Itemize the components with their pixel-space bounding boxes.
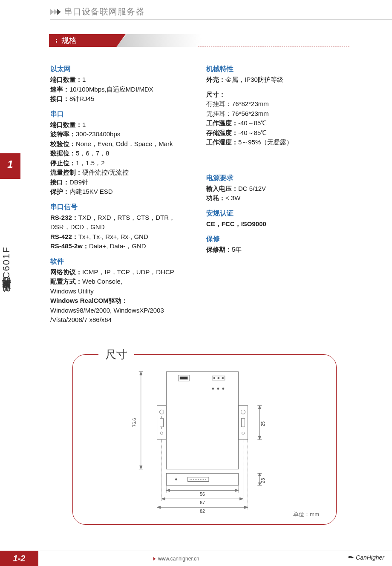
spec-value: 8针RJ45 xyxy=(69,95,94,102)
spec-value: CE，FCC，ISO9000 xyxy=(206,220,266,227)
spec-line: CE，FCC，ISO9000 xyxy=(206,219,349,229)
spec-line: 速率：10/100Mbps,自适应MDI/MDX xyxy=(50,85,193,95)
spec-value: 1 xyxy=(82,121,86,128)
spec-value: DB9针 xyxy=(69,178,88,186)
spec-label: 工作湿度： xyxy=(206,138,238,146)
svg-rect-0 xyxy=(166,372,238,469)
spec-value: 1 xyxy=(82,76,86,83)
spec-label: Windows RealCOM驱动： xyxy=(50,297,128,304)
spec-line: 有挂耳：76*82*23mm xyxy=(206,99,349,109)
svg-marker-38 xyxy=(240,497,243,500)
ethernet-heading: 以太网 xyxy=(50,64,193,74)
cert-heading: 安规认证 xyxy=(206,208,349,218)
spec-label: 工作温度： xyxy=(206,119,238,126)
spec-value: 内建15KV ESD xyxy=(69,188,113,195)
size-heading: 尺寸： xyxy=(206,91,225,98)
spec-value: -40～85℃ xyxy=(238,129,267,136)
spec-label: 输入电压： xyxy=(206,185,238,192)
right-column: 机械特性 外壳：金属，IP30防护等级 尺寸： 有挂耳：76*82*23mm 无… xyxy=(206,64,349,325)
spec-line: 功耗：< 3W xyxy=(206,193,349,203)
spec-line: 外壳：金属，IP30防护等级 xyxy=(206,75,349,85)
spec-label: 端口数量： xyxy=(50,76,82,83)
spec-line: 保护：内建15KV ESD xyxy=(50,187,193,197)
dim-56: 56 xyxy=(200,491,205,497)
spec-line: 校验位：None，Even, Odd，Space，Mark xyxy=(50,139,193,149)
svg-point-9 xyxy=(222,388,224,390)
spec-label: 速率： xyxy=(50,86,69,93)
dim-height: 76.6 xyxy=(132,418,137,427)
svg-marker-37 xyxy=(162,497,165,500)
spec-line: 端口数量：1 xyxy=(50,120,193,130)
diagram-unit: 单位：mm xyxy=(293,511,319,518)
spec-value: Tx+, Tx-, Rx+, Rx-, GND xyxy=(78,233,148,240)
serial-heading: 串口 xyxy=(50,109,193,119)
svg-marker-22 xyxy=(140,466,142,469)
svg-point-5 xyxy=(218,377,219,379)
spec-line: Windows Utility xyxy=(50,287,193,296)
spec-value: DC 5/12V xyxy=(238,185,266,192)
spec-line: 存储温度：-40～85℃ xyxy=(206,128,349,138)
spec-line: Windows RealCOM驱动： xyxy=(50,296,193,306)
spec-line: RS-422：Tx+, Tx-, Rx+, Rx-, GND xyxy=(50,232,193,242)
spec-value: ICMP，IP，TCP，UDP，DHCP xyxy=(82,268,174,276)
banner-grey xyxy=(116,34,202,47)
specs-content: 以太网 端口数量：1 速率：10/100Mbps,自适应MDI/MDX 接口：8… xyxy=(50,64,349,325)
spec-line: RS-232：TXD，RXD，RTS，CTS，DTR，DSR，DCD，GND xyxy=(50,213,193,232)
spec-label: 校验位： xyxy=(50,140,76,147)
spec-label: 端口数量： xyxy=(50,121,82,128)
svg-marker-35 xyxy=(235,489,239,491)
banner-dashed-line xyxy=(198,46,349,46)
dimension-drawing: 76.6 25 23 56 67 82 xyxy=(73,355,336,524)
spec-label: 数据位： xyxy=(50,149,76,157)
svg-marker-26 xyxy=(258,405,261,409)
spec-label: 停止位： xyxy=(50,159,76,167)
spec-line: 工作温度：-40～85℃ xyxy=(206,118,349,128)
dim-depth: 23 xyxy=(260,478,265,483)
spec-line: RS-485-2w：Data+, Data-，GND xyxy=(50,241,193,251)
signals-heading: 串口信号 xyxy=(50,202,193,212)
spec-line: 配置方式：Web Console, xyxy=(50,277,193,287)
spec-line: 保修期：5年 xyxy=(206,245,349,255)
svg-point-12 xyxy=(161,432,163,434)
chevron-icons xyxy=(50,9,61,15)
spec-label: 功耗： xyxy=(206,194,225,201)
svg-point-11 xyxy=(160,410,164,414)
spec-label: 保护： xyxy=(50,188,69,195)
spec-line: 无挂耳：76*56*23mm xyxy=(206,109,349,119)
spec-value: None，Even, Odd，Space，Mark xyxy=(76,140,173,147)
page-number: 1-2 xyxy=(0,551,38,566)
brand-text: CanHigher xyxy=(356,554,384,561)
spec-label: 外壳： xyxy=(206,76,225,83)
spec-label: RS-422： xyxy=(50,233,78,240)
mech-heading: 机械特性 xyxy=(206,64,349,74)
spec-value: Data+, Data-，GND xyxy=(89,242,146,250)
diagram-title: 尺寸 xyxy=(98,347,134,362)
dots-icon xyxy=(56,39,57,43)
spec-line: 流量控制：硬件流控/无流控 xyxy=(50,168,193,178)
spec-value: 金属，IP30防护等级 xyxy=(225,76,283,83)
spec-label: 保修期： xyxy=(206,246,232,253)
triangle-icon xyxy=(153,557,156,560)
chapter-number: 1 xyxy=(0,158,20,170)
canhigher-logo-icon xyxy=(347,555,355,560)
spec-line: 尺寸： xyxy=(206,90,349,100)
spec-value: 5～95%（无凝露） xyxy=(238,138,293,146)
spec-value: 1，1.5，2 xyxy=(76,159,105,167)
spec-value: 硬件流控/无流控 xyxy=(82,169,129,176)
breadcrumb-text: 串口设备联网服务器 xyxy=(64,6,144,17)
svg-rect-2 xyxy=(180,377,187,379)
svg-marker-21 xyxy=(140,372,142,375)
spec-value: 5，6，7，8 xyxy=(76,149,109,157)
spec-label: RS-485-2w： xyxy=(50,242,89,250)
spec-label: 接口： xyxy=(50,178,69,186)
spec-label: 存储温度： xyxy=(206,129,238,136)
left-column: 以太网 端口数量：1 速率：10/100Mbps,自适应MDI/MDX 接口：8… xyxy=(50,64,193,325)
footer-line: www.canhigher.cn xyxy=(38,551,392,566)
spec-line: 工作湿度：5～95%（无凝露） xyxy=(206,138,349,147)
spec-line: /Vista/2008/7 x86/x64 xyxy=(50,315,193,325)
software-heading: 软件 xyxy=(50,256,193,267)
chapter-label: 串口联网服务器>NC601F xyxy=(0,183,20,362)
dim-67: 67 xyxy=(200,500,205,505)
spec-value: Web Console, xyxy=(82,278,122,285)
svg-point-14 xyxy=(241,410,245,414)
